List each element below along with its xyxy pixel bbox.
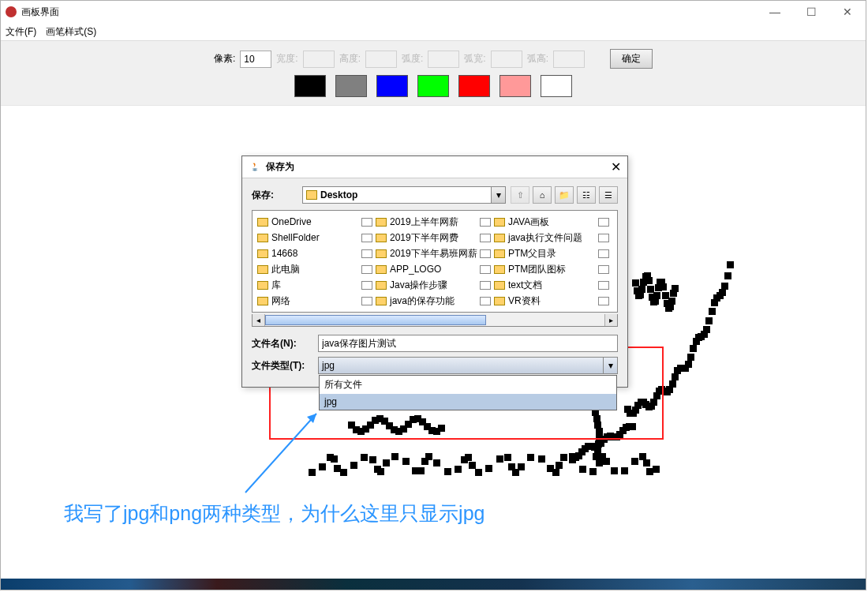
detail-view-button[interactable]: ☰ xyxy=(599,186,618,204)
filetype-option-jpg[interactable]: jpg xyxy=(320,394,616,410)
list-item[interactable]: 库 xyxy=(256,277,374,293)
list-item[interactable]: ShellFolder xyxy=(256,230,374,245)
list-item[interactable]: java的保存功能 xyxy=(374,293,492,309)
list-item[interactable]: PTM父目录 xyxy=(492,245,611,261)
list-item[interactable]: 网络 xyxy=(256,293,374,309)
filename-input[interactable] xyxy=(318,335,618,352)
list-item[interactable]: OneDrive xyxy=(256,214,374,230)
folder-icon xyxy=(361,218,372,227)
arch-input xyxy=(553,51,585,68)
folder-icon xyxy=(598,297,609,305)
folder-icon xyxy=(257,297,268,305)
save-in-label: 保存: xyxy=(252,189,302,202)
scroll-left-icon[interactable]: ◂ xyxy=(253,314,265,326)
folder-icon xyxy=(598,265,609,274)
folder-icon xyxy=(361,249,372,258)
color-swatch-white[interactable] xyxy=(541,75,572,97)
list-item[interactable]: 此电脑 xyxy=(256,261,374,277)
main-window: 画板界面 — ☐ ✕ 文件(F) 画笔样式(S) 像素: 宽度: 高度: 弧度:… xyxy=(0,0,866,590)
color-swatch-black[interactable] xyxy=(294,75,326,97)
file-list[interactable]: OneDriveShellFolder14668此电脑库网络2019上半年网薪2… xyxy=(252,210,618,313)
dialog-close-button[interactable]: ✕ xyxy=(611,159,621,174)
folder-icon xyxy=(480,234,491,242)
color-palette xyxy=(1,75,866,97)
label-arcw: 弧宽: xyxy=(464,52,485,66)
list-view-button[interactable]: ☷ xyxy=(577,186,596,204)
list-item[interactable]: java执行文件问题 xyxy=(492,230,611,245)
filetype-dropdown: 所有文件 jpg xyxy=(319,375,617,410)
label-arch: 弧高: xyxy=(527,52,548,66)
annotation-text: 我写了jpg和png两种类型，为什么这里只显示jpg xyxy=(64,500,485,526)
dialog-title-bar: 保存为 ✕ xyxy=(242,156,627,178)
java-icon xyxy=(249,161,261,174)
list-item[interactable]: 2019上半年网薪 xyxy=(374,214,492,230)
filetype-combo[interactable]: jpg ▾ 所有文件 jpg xyxy=(318,357,618,374)
list-item[interactable]: VR资料 xyxy=(492,293,611,309)
list-item[interactable]: 2019下半年易班网薪 xyxy=(374,245,492,261)
list-item[interactable]: JAVA画板 xyxy=(492,214,611,230)
folder-icon xyxy=(361,297,372,305)
toolbar: 像素: 宽度: 高度: 弧度: 弧宽: 弧高: 确定 xyxy=(1,40,866,106)
save-in-value: Desktop xyxy=(320,189,357,200)
folder-icon xyxy=(376,281,387,290)
folder-icon xyxy=(494,281,505,290)
menu-file[interactable]: 文件(F) xyxy=(6,25,36,39)
new-folder-button[interactable]: 📁 xyxy=(555,186,574,204)
file-list-scrollbar[interactable]: ◂ ▸ xyxy=(252,314,618,327)
label-height: 高度: xyxy=(339,52,361,66)
folder-icon xyxy=(480,265,491,274)
folder-icon xyxy=(361,281,372,290)
folder-icon xyxy=(361,234,372,242)
menu-brush[interactable]: 画笔样式(S) xyxy=(46,25,96,39)
pixel-input[interactable] xyxy=(240,51,271,68)
title-bar: 画板界面 — ☐ ✕ xyxy=(1,1,866,23)
folder-icon xyxy=(480,218,491,227)
folder-icon xyxy=(480,249,491,258)
folder-icon xyxy=(361,265,372,274)
up-folder-button: ⇧ xyxy=(511,186,529,204)
home-button[interactable]: ⌂ xyxy=(533,186,552,204)
svg-line-0 xyxy=(245,414,316,493)
width-input xyxy=(303,51,335,68)
app-icon xyxy=(6,6,17,17)
folder-icon xyxy=(598,234,609,242)
color-swatch-green[interactable] xyxy=(417,75,449,97)
folder-icon xyxy=(480,281,491,290)
list-item[interactable]: Java操作步骤 xyxy=(374,277,492,293)
label-arc: 弧度: xyxy=(402,52,423,66)
color-swatch-blue[interactable] xyxy=(376,75,408,97)
maximize-button[interactable]: ☐ xyxy=(793,1,829,23)
filetype-option-all[interactable]: 所有文件 xyxy=(320,376,616,394)
save-in-combo[interactable]: Desktop ▾ xyxy=(302,186,506,204)
list-item[interactable]: text文档 xyxy=(492,277,611,293)
filetype-value: jpg xyxy=(322,360,335,371)
folder-icon xyxy=(376,297,387,305)
folder-icon xyxy=(376,265,387,274)
dialog-title: 保存为 xyxy=(266,160,611,174)
folder-icon xyxy=(257,281,268,290)
list-item[interactable]: PTM团队图标 xyxy=(492,261,611,277)
folder-icon xyxy=(257,249,268,258)
folder-icon xyxy=(598,249,609,258)
color-swatch-pink[interactable] xyxy=(499,75,531,97)
chevron-down-icon[interactable]: ▾ xyxy=(491,187,505,203)
folder-icon xyxy=(257,234,268,242)
arcw-input xyxy=(491,51,522,68)
folder-icon xyxy=(494,265,505,274)
close-button[interactable]: ✕ xyxy=(829,1,866,23)
folder-icon xyxy=(494,218,505,227)
annotation-arrow xyxy=(238,406,332,500)
list-item[interactable]: 14668 xyxy=(256,245,374,261)
chevron-down-icon[interactable]: ▾ xyxy=(603,358,617,373)
scroll-thumb[interactable] xyxy=(265,315,486,325)
scroll-right-icon[interactable]: ▸ xyxy=(604,314,617,326)
color-swatch-red[interactable] xyxy=(458,75,490,97)
color-swatch-gray[interactable] xyxy=(335,75,367,97)
minimize-button[interactable]: — xyxy=(757,1,793,23)
folder-icon xyxy=(494,234,505,242)
ok-button[interactable]: 确定 xyxy=(610,49,653,69)
list-item[interactable]: APP_LOGO xyxy=(374,261,492,277)
list-item[interactable]: 2019下半年网费 xyxy=(374,230,492,245)
folder-icon xyxy=(480,297,491,305)
window-title: 画板界面 xyxy=(21,6,757,19)
